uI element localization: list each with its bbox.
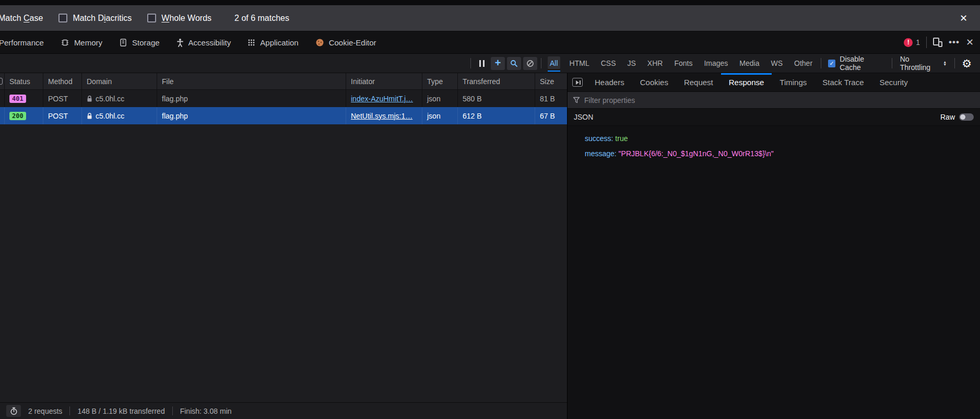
disable-cache-option[interactable]: ✓ Disable Cache bbox=[824, 55, 889, 72]
filter-all[interactable]: All bbox=[546, 54, 562, 73]
cookie-icon bbox=[315, 38, 324, 47]
tab-performance-label: Performance bbox=[0, 38, 44, 47]
request-row-200-selected[interactable]: 200 POST c5.0hl.cc flag.php NetUtil.sys.… bbox=[0, 107, 567, 124]
meatball-menu-icon[interactable]: ••• bbox=[949, 37, 960, 48]
resend-request-icon[interactable] bbox=[572, 78, 583, 87]
details-tab-stack-trace[interactable]: Stack Trace bbox=[814, 73, 871, 91]
pause-icon bbox=[479, 60, 485, 67]
search-button[interactable] bbox=[507, 57, 521, 70]
initiator-link[interactable]: index-AzuHmitT.j… bbox=[351, 95, 413, 103]
json-property-success: success: true bbox=[585, 131, 980, 146]
memory-chip-icon bbox=[61, 38, 69, 47]
whole-words-option[interactable]: Whole Words bbox=[147, 14, 211, 23]
network-settings-gear-icon[interactable]: ⚙ bbox=[958, 58, 976, 69]
filter-ws[interactable]: WS bbox=[766, 54, 787, 73]
toolbar-right-controls: ✓ Disable Cache No Throttling ▲▼ ⚙ bbox=[818, 55, 980, 72]
lock-icon bbox=[87, 112, 92, 120]
column-header-status[interactable]: Status bbox=[5, 73, 43, 89]
pause-traffic-button[interactable] bbox=[475, 57, 489, 70]
request-row-401[interactable]: 401 POST c5.0hl.cc flag.php index-AzuHmi… bbox=[0, 90, 567, 107]
block-request-button[interactable] bbox=[523, 57, 537, 70]
disable-cache-checkbox[interactable]: ✓ bbox=[828, 60, 835, 67]
request-list-panel: Status Method Domain File Initiator Type… bbox=[0, 73, 568, 419]
request-count-status: 2 requests bbox=[28, 407, 62, 415]
page-top-strip bbox=[0, 0, 980, 5]
filter-other[interactable]: Other bbox=[790, 54, 817, 73]
filter-images[interactable]: Images bbox=[700, 54, 732, 73]
match-case-option[interactable]: Match Case bbox=[0, 14, 43, 23]
throttling-label: No Throttling bbox=[900, 55, 939, 72]
status-badge-200: 200 bbox=[9, 112, 26, 120]
details-tab-security[interactable]: Security bbox=[871, 73, 915, 91]
column-header-initiator[interactable]: Initiator bbox=[346, 73, 422, 89]
add-request-button[interactable]: + bbox=[491, 57, 505, 70]
filter-js[interactable]: JS bbox=[623, 54, 640, 73]
accessibility-person-icon bbox=[176, 38, 184, 47]
error-badge-icon[interactable]: ! bbox=[904, 38, 913, 47]
request-table-header: Status Method Domain File Initiator Type… bbox=[0, 73, 567, 90]
details-tab-request[interactable]: Request bbox=[676, 73, 721, 91]
properties-filter-bar bbox=[568, 92, 980, 109]
raw-toggle-group[interactable]: Raw bbox=[940, 113, 974, 121]
whole-words-label: Whole Words bbox=[161, 14, 211, 23]
file-cell: flag.php bbox=[157, 90, 346, 107]
transferred-cell: 612 B bbox=[458, 107, 535, 124]
column-header-domain[interactable]: Domain bbox=[82, 73, 157, 89]
transferred-cell: 580 B bbox=[458, 90, 535, 107]
whole-words-checkbox[interactable] bbox=[147, 14, 156, 22]
search-icon bbox=[510, 60, 518, 67]
json-section-label: JSON bbox=[574, 113, 593, 121]
column-header-transferred[interactable]: Transferred bbox=[458, 73, 535, 89]
toolbar-separator bbox=[541, 58, 541, 68]
lock-icon bbox=[87, 95, 92, 102]
filter-fonts[interactable]: Fonts bbox=[670, 54, 696, 73]
responsive-design-mode-icon[interactable] bbox=[933, 38, 942, 47]
devtools-tabbar: Performance Memory Storage Accessibility bbox=[0, 31, 980, 54]
funnel-filter-icon bbox=[573, 97, 580, 104]
tab-accessibility-label: Accessibility bbox=[188, 38, 231, 47]
performance-analysis-button[interactable] bbox=[6, 405, 21, 417]
details-tab-timings[interactable]: Timings bbox=[772, 73, 814, 91]
tab-memory[interactable]: Memory bbox=[52, 31, 111, 53]
toolbar-separator bbox=[954, 58, 955, 68]
tab-cookie-editor-label: Cookie-Editor bbox=[329, 38, 376, 47]
filter-xhr[interactable]: XHR bbox=[643, 54, 667, 73]
type-cell: json bbox=[422, 90, 458, 107]
match-diacritics-checkbox[interactable] bbox=[58, 14, 67, 22]
updown-arrows-icon: ▲▼ bbox=[943, 61, 947, 66]
tabbar-right-controls: ! 1 ••• ✕ bbox=[904, 37, 980, 48]
tab-storage[interactable]: Storage bbox=[111, 31, 168, 53]
storage-icon bbox=[119, 38, 127, 47]
findbar-close-button[interactable]: ✕ bbox=[955, 10, 972, 26]
tab-memory-label: Memory bbox=[74, 38, 102, 47]
details-tab-response[interactable]: Response bbox=[721, 73, 772, 91]
details-tab-headers[interactable]: Headers bbox=[587, 73, 632, 91]
transferred-status: 148 B / 1.19 kB transferred bbox=[77, 407, 164, 415]
status-badge-401: 401 bbox=[9, 95, 26, 103]
tab-accessibility[interactable]: Accessibility bbox=[168, 31, 240, 53]
column-header-type[interactable]: Type bbox=[422, 73, 458, 89]
json-section-bar: JSON Raw bbox=[568, 109, 980, 126]
tab-application[interactable]: Application bbox=[239, 31, 306, 53]
filter-properties-input[interactable] bbox=[584, 96, 980, 104]
raw-toggle-switch[interactable] bbox=[959, 113, 974, 121]
tab-performance[interactable]: Performance bbox=[0, 31, 52, 53]
error-count: 1 bbox=[916, 38, 920, 46]
column-header-file[interactable]: File bbox=[157, 73, 346, 89]
filter-html[interactable]: HTML bbox=[565, 54, 594, 73]
tab-cookie-editor[interactable]: Cookie-Editor bbox=[307, 31, 385, 53]
details-tab-cookies[interactable]: Cookies bbox=[632, 73, 676, 91]
json-response-content: success: true message: "PRJBLK{6/6:_N0_$… bbox=[568, 126, 980, 419]
finish-time-status: Finish: 3.08 min bbox=[180, 407, 232, 415]
network-toolbar: + All HTML CSS JS XHR Fonts Images Media… bbox=[0, 54, 980, 73]
filter-media[interactable]: Media bbox=[735, 54, 763, 73]
column-header-method[interactable]: Method bbox=[43, 73, 82, 89]
column-header-size[interactable]: Size bbox=[535, 73, 567, 89]
match-diacritics-option[interactable]: Match Diacritics bbox=[58, 14, 132, 23]
throttling-dropdown[interactable]: No Throttling ▲▼ bbox=[895, 55, 952, 72]
request-filter-tabs: All HTML CSS JS XHR Fonts Images Media W… bbox=[544, 54, 818, 73]
initiator-link[interactable]: NetUtil.sys.mjs:1… bbox=[351, 112, 412, 120]
filter-css[interactable]: CSS bbox=[597, 54, 620, 73]
devtools-close-icon[interactable]: ✕ bbox=[966, 37, 974, 48]
tabbar-separator bbox=[926, 37, 927, 48]
